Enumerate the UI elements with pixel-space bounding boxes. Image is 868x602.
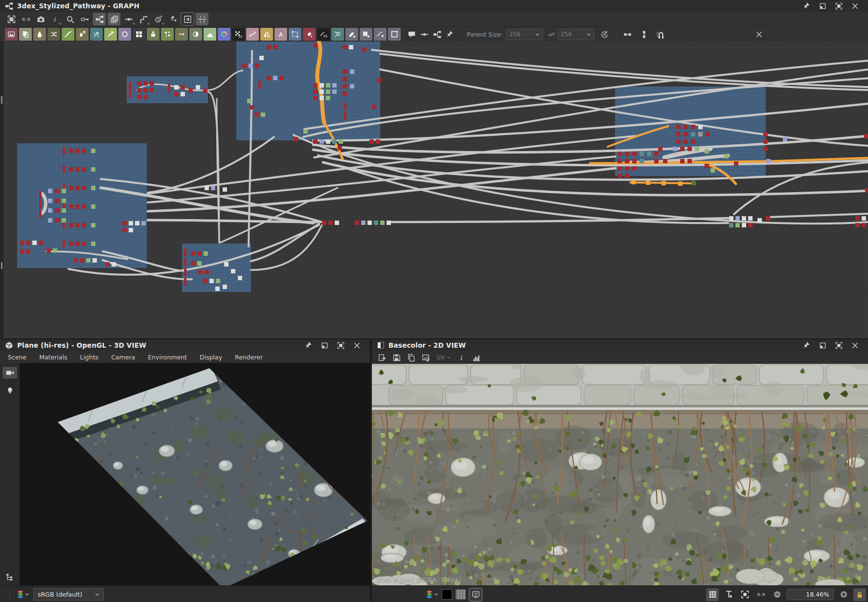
menu-renderer[interactable]: Renderer <box>235 354 263 361</box>
histogram-scan-node-button[interactable] <box>204 28 216 41</box>
view3d-viewport[interactable] <box>20 363 370 586</box>
tile-sampler-node-button[interactable] <box>133 28 145 41</box>
elbow-links-button[interactable] <box>137 13 150 25</box>
menu-scene[interactable]: Scene <box>8 354 26 361</box>
copy-pages-button[interactable] <box>405 352 417 363</box>
channel-shuffle-node-button[interactable] <box>47 28 60 41</box>
menu-camera[interactable]: Camera <box>111 354 135 361</box>
link-inputs-button[interactable] <box>78 13 91 25</box>
uniform-color-node-button[interactable] <box>189 28 202 41</box>
splatter-node-button[interactable] <box>161 28 174 41</box>
graph-canvas[interactable] <box>0 41 868 338</box>
frame-new-node-button[interactable] <box>388 28 401 41</box>
parent-size-width-select[interactable]: 256 <box>506 29 543 40</box>
grid-snap-button[interactable] <box>196 13 208 25</box>
close-button[interactable] <box>850 341 859 350</box>
value-processor-node-button[interactable]: 01 <box>317 28 330 41</box>
comment-bubble-button[interactable] <box>405 28 418 41</box>
colorspace-layers-icon[interactable] <box>425 590 438 599</box>
snap-magnet-button[interactable] <box>655 28 667 41</box>
refresh-image-button[interactable] <box>420 352 432 363</box>
link-chain-icon[interactable] <box>548 31 555 38</box>
maximize-button[interactable] <box>834 341 843 350</box>
fractal-sum-node-button[interactable] <box>331 28 344 41</box>
colorspace-layers-icon[interactable] <box>16 590 29 599</box>
search-button[interactable] <box>64 13 76 25</box>
directional-warp-node-button[interactable] <box>90 28 103 41</box>
grayscale-conversion-node-button[interactable]: 01 <box>232 28 245 41</box>
text-node-button[interactable]: A <box>274 28 287 41</box>
close-button[interactable] <box>850 1 859 10</box>
grid-toggle-button[interactable] <box>706 588 719 601</box>
camera-video-button[interactable] <box>2 367 17 379</box>
uv-dropdown[interactable]: UV <box>434 354 453 361</box>
float-window-button[interactable] <box>320 341 329 350</box>
shape-node-button[interactable] <box>118 28 131 41</box>
save-floppy-button[interactable] <box>390 352 402 363</box>
transform-2d-node-button[interactable] <box>289 28 301 41</box>
pixel-ruler-button[interactable] <box>722 588 735 601</box>
colorspace-dropdown[interactable]: sRGB (default) <box>33 588 104 601</box>
panel-divider[interactable] <box>370 338 372 602</box>
menu-environment[interactable]: Environment <box>148 354 187 361</box>
view2d-viewport[interactable] <box>372 364 868 586</box>
float-window-button[interactable] <box>818 1 827 10</box>
distance-node-button[interactable] <box>104 28 117 41</box>
blur-node-button[interactable] <box>76 28 89 41</box>
menu-lights[interactable]: Lights <box>80 354 98 361</box>
spline-node-button[interactable] <box>246 28 259 41</box>
curve-node-button[interactable] <box>62 28 74 41</box>
dot-connections-button[interactable] <box>122 13 135 25</box>
gradient-map-node-button[interactable] <box>147 28 160 41</box>
parent-size-height-select[interactable]: 256 <box>557 29 594 40</box>
light-bulb-button[interactable] <box>2 384 17 396</box>
zoom-one-to-one-button[interactable]: 1:1 <box>754 588 767 601</box>
screenshot-camera-button[interactable] <box>34 13 47 25</box>
mirror-node-button[interactable] <box>260 28 273 41</box>
dot-node-node-button[interactable] <box>175 28 188 41</box>
maximize-button[interactable] <box>336 341 345 350</box>
graph-scroll-strip[interactable] <box>0 41 3 338</box>
graph-view-button[interactable] <box>93 13 106 25</box>
fit-frame-button[interactable] <box>5 13 18 25</box>
pin-button[interactable] <box>802 341 811 350</box>
one-to-one-button[interactable]: 1:1 <box>20 13 32 25</box>
tools-wrench-button[interactable] <box>166 13 179 25</box>
background-toggle-button[interactable] <box>181 13 194 25</box>
tiling-swatch[interactable] <box>456 589 466 600</box>
close-button[interactable] <box>352 341 361 350</box>
background-color-swatch[interactable] <box>442 589 452 600</box>
flood-fill-node-button[interactable] <box>303 28 316 41</box>
graph-link-button[interactable] <box>431 28 443 41</box>
compute-timer-button[interactable] <box>152 13 164 25</box>
zoom-out-button[interactable] <box>771 588 783 601</box>
rgb-channels-button[interactable] <box>469 588 482 601</box>
histogram-button[interactable] <box>470 352 482 363</box>
bitmap-node-button[interactable] <box>5 28 18 41</box>
pin-button[interactable] <box>802 1 811 10</box>
info-italic-button[interactable]: i <box>456 352 467 363</box>
menu-materials[interactable]: Materials <box>39 354 67 361</box>
close-toolbar-button[interactable] <box>753 28 765 41</box>
lock-zoom-button[interactable] <box>853 588 866 601</box>
dot-connections-button[interactable] <box>418 28 431 41</box>
paint-new-node-button[interactable] <box>345 28 358 41</box>
fit-view-button[interactable] <box>738 588 751 601</box>
node-info-button[interactable]: i <box>49 13 62 25</box>
hierarchy-button[interactable] <box>2 571 17 583</box>
layers-stack-button[interactable] <box>108 13 120 25</box>
menu-display[interactable]: Display <box>200 354 222 361</box>
align-vertical-button[interactable] <box>638 28 651 41</box>
pin-node-button[interactable] <box>443 28 456 41</box>
svg-node-button[interactable] <box>19 28 32 41</box>
float-window-button[interactable] <box>818 341 827 350</box>
maximize-button[interactable] <box>834 1 843 10</box>
export-image-button[interactable] <box>376 352 388 363</box>
reset-rotate-icon[interactable] <box>600 30 609 39</box>
hsl-node-button[interactable] <box>218 28 230 41</box>
pin-button[interactable] <box>304 341 313 350</box>
align-horizontal-button[interactable] <box>621 28 634 41</box>
curve-new-node-button[interactable] <box>374 28 387 41</box>
gradient-new-node-button[interactable] <box>360 28 372 41</box>
zoom-in-button[interactable] <box>837 588 850 601</box>
